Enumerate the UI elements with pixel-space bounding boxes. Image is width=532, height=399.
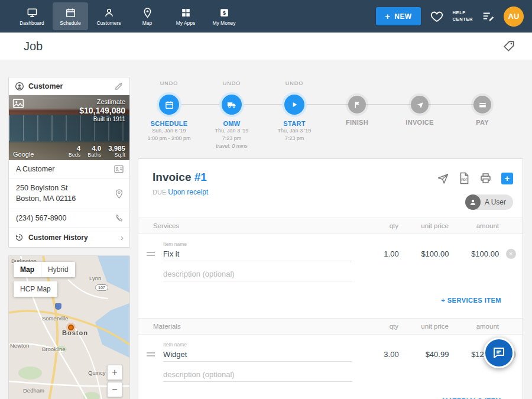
nav-label: Map [142,20,153,26]
customer-phone[interactable]: (234) 567-8900 [16,214,66,222]
omw-step-circle[interactable] [222,95,242,115]
stat-baths: 4.0 Baths [87,145,101,158]
service-qty-input[interactable] [358,249,399,258]
beds-label: Beds [69,152,81,158]
step-label: START [263,120,326,127]
finish-step-circle[interactable] [348,96,366,113]
customer-address-row: 250 Boylston St Boston, MA 02116 [9,179,129,209]
activity-notes-icon[interactable] [482,10,495,23]
interstate-shield-icon [55,303,61,310]
invoice-step-circle[interactable] [411,96,429,113]
service-unit-price-input[interactable] [407,249,449,258]
schedule-step-circle[interactable] [159,95,179,115]
send-invoice-icon[interactable] [437,172,449,184]
help-center-line2: CENTER [453,17,473,23]
drag-handle-icon[interactable] [147,352,155,356]
material-description-input[interactable] [163,368,352,382]
delete-service-item-button[interactable]: × [506,249,516,259]
due-value-link[interactable]: Upon receipt [168,188,208,196]
material-qty-input[interactable] [358,350,399,359]
edit-pencil-icon[interactable] [115,82,124,90]
map-card: Burlington Lynn Somerville Boston Brookl… [8,255,130,399]
credit-card-icon [478,100,487,109]
start-step-circle[interactable] [284,95,304,115]
hcp-map-button[interactable]: HCP Map [14,281,57,297]
assignee-chip[interactable]: A User [465,194,513,210]
calendar-icon [65,7,76,18]
chevron-right-icon: › [121,233,124,242]
drag-handle-icon[interactable] [147,252,155,256]
add-invoice-item-button[interactable]: + [501,173,513,184]
zoom-in-button[interactable]: + [107,365,122,380]
customer-name-row: A Customer [9,160,129,179]
pdf-icon[interactable]: PDF [459,172,470,184]
step-date: Thu, Jan 3 '19 [200,127,263,135]
nav-label: My Money [212,20,235,26]
undo-start[interactable]: UNDO [263,80,326,90]
map-type-hybrid-button[interactable]: Hybrid [41,262,75,277]
plus-icon: + [385,11,390,21]
help-center-link[interactable]: HELP CENTER [453,10,473,23]
map-type-map-button[interactable]: Map [14,262,41,277]
service-description-row [163,267,523,281]
customer-history-row[interactable]: Customer History › [9,228,129,247]
pay-step-circle[interactable] [473,96,491,113]
undo-schedule[interactable]: UNDO [138,80,200,90]
page-title: Job [24,40,43,53]
customer-card: Customer Zestimate $10,149,080 Built in … [8,77,130,248]
nav-item-schedule[interactable]: Schedule [53,2,88,30]
property-photo[interactable]: Zestimate $10,149,080 Built in 1911 4 Be… [9,95,129,160]
material-unit-price-input[interactable] [407,350,449,359]
customer-history-label: Customer History [28,233,116,242]
step-omw: UNDO OMW Thu, Jan 3 '19 7:23 pm travel: … [200,80,263,150]
step-label: PAY [451,119,514,126]
user-avatar[interactable]: AU [504,7,524,27]
add-service-item-link[interactable]: + SERVICES ITEM [441,297,501,304]
nav-item-dashboard[interactable]: Dashboard [14,2,50,30]
nav-item-my-apps[interactable]: My Apps [168,2,203,30]
nav-label: Customers [96,20,121,26]
map-type-toggle: Map Hybrid [14,262,75,277]
item-name-label: Item name [163,241,352,247]
map-view[interactable]: Burlington Lynn Somerville Boston Brookl… [9,256,129,399]
undo-spacer [388,80,451,90]
map-zoom-controls: + − [107,365,122,397]
job-tags-icon[interactable] [502,40,515,53]
invoice-number: #1 [194,171,207,183]
step-schedule: UNDO SCHEDULE Sun, Jan 6 '19 1:00 pm - 2… [138,80,200,150]
main-column: UNDO SCHEDULE Sun, Jan 6 '19 1:00 pm - 2… [138,77,523,399]
chat-widget-button[interactable] [484,338,514,368]
job-progress-stepper: UNDO SCHEDULE Sun, Jan 6 '19 1:00 pm - 2… [138,80,523,150]
history-clock-icon [15,233,24,242]
undo-omw[interactable]: UNDO [200,80,263,90]
zestimate-label: Zestimate [79,98,125,105]
print-icon[interactable] [479,172,492,184]
service-description-input[interactable] [163,267,352,281]
new-button[interactable]: + NEW [376,7,420,25]
heart-logo-icon[interactable] [430,9,444,24]
material-item-name-input[interactable] [163,348,352,362]
undo-spacer [326,80,388,90]
materials-section-title: Materials [138,323,351,330]
step-label: SCHEDULE [138,120,200,127]
customers-icon [103,7,115,18]
sqft-label: Sq.ft [108,152,125,158]
zoom-out-button[interactable]: − [107,382,122,397]
nav-item-customers[interactable]: Customers [91,2,126,30]
baths-value: 4.0 [87,145,101,152]
step-time: 1:00 pm - 2:00 pm [138,135,200,142]
assignee-name: A User [485,198,506,206]
zestimate-block: Zestimate $10,149,080 Built in 1911 [79,98,125,122]
qty-column-header: qty [351,323,398,330]
add-service-item-row: + SERVICES ITEM [138,297,523,304]
nav-item-my-money[interactable]: $ My Money [206,2,242,30]
service-item-name-input[interactable] [163,247,352,261]
address-line2: Boston, MA 02116 [16,194,109,205]
map-type-controls: Map Hybrid HCP Map [14,262,75,297]
page-header: Job [0,33,532,60]
nav-item-map[interactable]: Map [129,2,165,30]
amount-column-header: amount [449,323,499,330]
beds-value: 4 [69,145,81,152]
person-icon [469,198,477,206]
top-navbar: Dashboard Schedule Customers Map My Apps… [0,0,532,33]
